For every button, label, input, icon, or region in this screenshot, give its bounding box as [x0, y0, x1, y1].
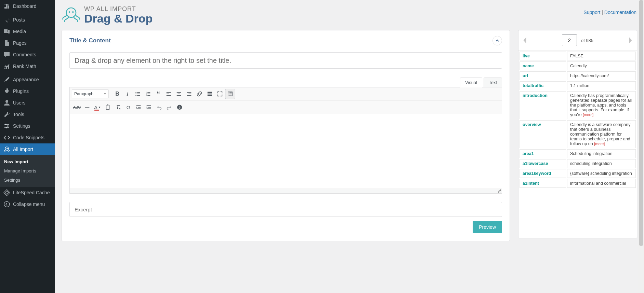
- data-field-value[interactable]: https://calendly.com/: [567, 71, 636, 80]
- align-right-button[interactable]: [184, 89, 194, 99]
- blockquote-button[interactable]: “: [153, 89, 163, 99]
- data-field-row[interactable]: overviewCalendly is a software company t…: [520, 120, 636, 148]
- title-input[interactable]: [69, 52, 502, 69]
- data-field-value[interactable]: Calendly is a software company that offe…: [567, 120, 636, 148]
- sidebar-item-users[interactable]: Users: [0, 97, 55, 109]
- excerpt-input[interactable]: [69, 202, 502, 217]
- data-field-key[interactable]: a1intent: [520, 179, 566, 188]
- data-field-row[interactable]: a1intentinformational and commercial: [520, 179, 636, 188]
- sidebar-item-dashboard[interactable]: Dashboard: [0, 0, 55, 12]
- svg-point-15: [135, 95, 136, 96]
- preview-button[interactable]: Preview: [473, 221, 502, 233]
- sidebar-item-comments[interactable]: Comments: [0, 49, 55, 60]
- sidebar-item-media[interactable]: Media: [0, 26, 55, 37]
- toolbar-toggle-button[interactable]: [225, 89, 235, 99]
- fullscreen-button[interactable]: [215, 89, 225, 99]
- format-select[interactable]: Paragraph: [72, 89, 109, 98]
- data-field-key[interactable]: a1lowercase: [520, 159, 566, 168]
- data-field-value[interactable]: Scheduling integration: [567, 149, 636, 158]
- sidebar-item-codesnippets[interactable]: Code Snippets: [0, 132, 55, 143]
- sidebar-label: Settings: [13, 123, 30, 129]
- sidebar-label: Rank Math: [13, 64, 36, 69]
- data-field-row[interactable]: nameCalendly: [520, 61, 636, 70]
- svg-rect-42: [228, 95, 232, 96]
- data-field-row[interactable]: totaltraffic1.1 million: [520, 81, 636, 90]
- submenu-manage-imports[interactable]: Manage Imports: [0, 166, 55, 176]
- panel-collapse-button[interactable]: [492, 36, 502, 45]
- bullet-list-button[interactable]: [133, 89, 143, 99]
- data-field-value[interactable]: 1.1 million: [567, 81, 636, 90]
- data-field-key[interactable]: totaltraffic: [520, 81, 566, 90]
- data-field-row[interactable]: urlhttps://calendly.com/: [520, 71, 636, 80]
- help-button[interactable]: ?: [174, 102, 185, 112]
- data-field-key[interactable]: url: [520, 71, 566, 80]
- support-link[interactable]: Support: [583, 10, 600, 15]
- indent-button[interactable]: [144, 102, 154, 112]
- sidebar-item-rankmath[interactable]: Rank Math: [0, 60, 55, 72]
- documentation-link[interactable]: Documentation: [604, 10, 636, 15]
- sidebar-label: Posts: [13, 17, 25, 23]
- horizontal-line-button[interactable]: [82, 102, 92, 112]
- align-center-button[interactable]: [174, 89, 184, 99]
- data-field-value[interactable]: FALSE: [567, 52, 636, 60]
- readmore-button[interactable]: [205, 89, 215, 99]
- resize-handle[interactable]: [498, 189, 501, 193]
- data-field-key[interactable]: overview: [520, 120, 566, 148]
- paste-text-button[interactable]: [103, 102, 113, 112]
- data-field-row[interactable]: area1Scheduling integration: [520, 149, 636, 158]
- italic-button[interactable]: I: [122, 89, 133, 99]
- numbered-list-button[interactable]: 123: [143, 89, 153, 99]
- data-field-value[interactable]: scheduling integration: [567, 159, 636, 168]
- svg-point-2: [7, 125, 9, 127]
- sidebar-item-plugins[interactable]: Plugins: [0, 85, 55, 97]
- data-field-key[interactable]: area1: [520, 149, 566, 158]
- svg-text:?: ?: [179, 106, 181, 109]
- link-button[interactable]: [194, 89, 205, 99]
- data-field-value[interactable]: {software} scheduling integration: [567, 169, 636, 178]
- next-record-button[interactable]: [627, 34, 635, 46]
- sidebar-item-collapse[interactable]: Collapse menu: [0, 198, 55, 210]
- sidebar-item-allimport[interactable]: All Import: [0, 143, 55, 155]
- align-left-button[interactable]: [163, 89, 174, 99]
- editor-tab-visual[interactable]: Visual: [460, 78, 482, 87]
- text-color-button[interactable]: A▼: [92, 102, 103, 112]
- sidebar-item-posts[interactable]: Posts: [0, 14, 55, 26]
- data-field-key[interactable]: introduction: [520, 91, 566, 119]
- svg-text:3: 3: [146, 94, 147, 96]
- data-field-value[interactable]: Calendly has programmatically generated …: [567, 91, 636, 119]
- data-field-row[interactable]: liveFALSE: [520, 52, 636, 60]
- data-field-value[interactable]: informational and commercial: [567, 179, 636, 188]
- prev-record-button[interactable]: [521, 34, 529, 46]
- data-field-row[interactable]: a1lowercasescheduling integration: [520, 159, 636, 168]
- submenu-settings[interactable]: Settings: [0, 176, 55, 185]
- sidebar-item-tools[interactable]: Tools: [0, 109, 55, 120]
- sidebar-item-pages[interactable]: Pages: [0, 37, 55, 49]
- special-character-button[interactable]: Ω: [123, 102, 133, 112]
- submenu-new-import[interactable]: New Import: [0, 157, 55, 166]
- svg-rect-23: [167, 92, 171, 93]
- data-field-value[interactable]: Calendly: [567, 61, 636, 70]
- more-link[interactable]: [more]: [583, 113, 593, 117]
- strikethrough-button[interactable]: ABC: [72, 102, 82, 112]
- svg-rect-48: [136, 109, 141, 109]
- data-field-key[interactable]: name: [520, 61, 566, 70]
- data-field-key[interactable]: area1keyword: [520, 169, 566, 178]
- page-scrollbar[interactable]: [638, 0, 644, 293]
- more-link[interactable]: [more]: [594, 142, 605, 146]
- editor-tab-text[interactable]: Text: [484, 78, 502, 87]
- data-field-row[interactable]: area1keyword{software} scheduling integr…: [520, 169, 636, 178]
- clear-formatting-button[interactable]: [113, 102, 123, 112]
- undo-button[interactable]: [154, 102, 164, 112]
- svg-rect-39: [228, 94, 229, 94]
- outdent-button[interactable]: [133, 102, 144, 112]
- data-browser-body[interactable]: liveFALSEnameCalendlyurlhttps://calendly…: [518, 51, 637, 238]
- content-editor-area[interactable]: [70, 114, 502, 189]
- data-field-row[interactable]: introductionCalendly has programmaticall…: [520, 91, 636, 119]
- sidebar-item-appearance[interactable]: Appearance: [0, 74, 55, 85]
- bold-button[interactable]: B: [112, 89, 122, 99]
- data-field-key[interactable]: live: [520, 52, 566, 60]
- record-number-input[interactable]: [562, 34, 577, 46]
- sidebar-item-litespeed[interactable]: LiteSpeed Cache: [0, 187, 55, 198]
- sidebar-item-settings[interactable]: Settings: [0, 120, 55, 132]
- redo-button[interactable]: [164, 102, 174, 112]
